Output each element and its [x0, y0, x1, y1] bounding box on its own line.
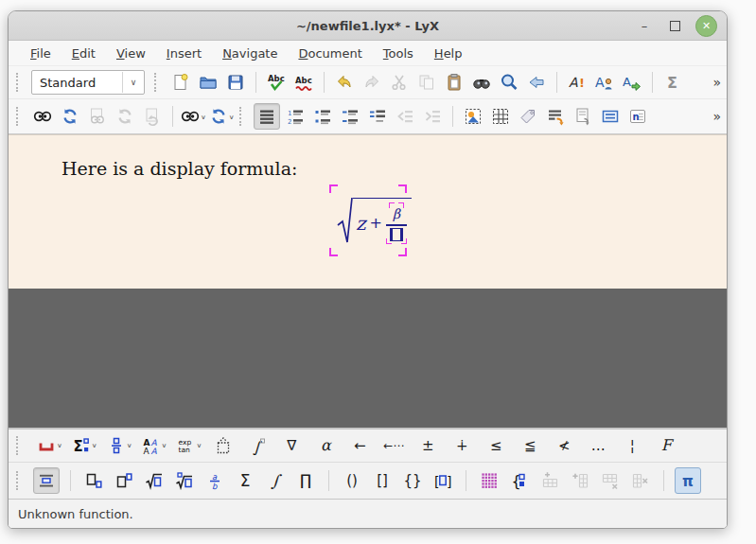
nabla-button[interactable]: ∇: [279, 433, 304, 458]
insert-table-button[interactable]: [488, 104, 513, 129]
numbered-list-button[interactable]: 12: [283, 104, 308, 129]
dots-button[interactable]: …: [586, 433, 610, 458]
bullet-list-button[interactable]: [310, 104, 335, 129]
refresh-preview-button[interactable]: [140, 104, 165, 129]
document-canvas[interactable]: Here is a display formula: z +: [9, 134, 727, 289]
toolbar-overflow-button[interactable]: »: [712, 75, 719, 90]
insert-matrix-button[interactable]: [477, 468, 501, 493]
integral-limits-button[interactable]: ∫: [245, 433, 270, 458]
delete-column-button[interactable]: [628, 468, 653, 493]
not-less-button[interactable]: ≮: [552, 433, 576, 458]
menu-view[interactable]: View: [108, 44, 154, 63]
nth-root-button[interactable]: [172, 468, 197, 493]
insert-nomenclature-button[interactable]: n: [625, 104, 650, 129]
increase-depth-button[interactable]: [420, 104, 445, 129]
cut-button[interactable]: [387, 70, 412, 95]
math-inset-selected[interactable]: z + β: [329, 184, 407, 256]
sum-button[interactable]: Σ: [233, 468, 257, 493]
noun-style-button[interactable]: A: [592, 70, 617, 95]
undo-button[interactable]: [332, 70, 357, 95]
menu-document[interactable]: Document: [290, 44, 370, 63]
close-button[interactable]: ✕: [695, 15, 717, 37]
labeling-list-button[interactable]: [365, 104, 390, 129]
toolbar-drag-handle[interactable]: [239, 107, 246, 126]
open-document-button[interactable]: [196, 70, 220, 95]
update-document-button[interactable]: [58, 104, 82, 129]
formula-fraction[interactable]: β: [386, 202, 407, 244]
frame-decoration-button[interactable]: [211, 433, 236, 458]
fraction-denominator[interactable]: [386, 228, 407, 244]
menu-insert[interactable]: Insert: [158, 44, 210, 63]
toggle-math-panel-button[interactable]: π: [675, 467, 701, 494]
square-brackets-button[interactable]: []: [370, 468, 395, 493]
view-other-formats-button[interactable]: ∨: [181, 104, 206, 129]
toolbar-drag-handle[interactable]: [16, 436, 23, 455]
paste-button[interactable]: [442, 70, 466, 95]
curly-braces-button[interactable]: {}: [400, 468, 425, 493]
paragraph-style-standard-button[interactable]: [254, 103, 280, 130]
greek-alpha-button[interactable]: α: [313, 433, 338, 458]
fraction-button[interactable]: ab: [202, 468, 227, 493]
update-other-formats-button[interactable]: ∨: [209, 104, 235, 129]
insert-cross-reference-button[interactable]: [543, 104, 568, 129]
redo-button[interactable]: [360, 70, 384, 95]
arrow-left-button[interactable]: ←: [347, 433, 372, 458]
toolbar-overflow-button[interactable]: »: [712, 109, 719, 124]
title-bar[interactable]: ~/newfile1.lyx* - LyX – ✕: [9, 11, 727, 41]
new-document-button[interactable]: [168, 70, 193, 95]
product-button[interactable]: ∏: [293, 468, 318, 493]
less-equal-double-button[interactable]: ≦: [518, 433, 542, 458]
search-button[interactable]: [497, 70, 521, 95]
insert-footnote-button[interactable]: [571, 104, 595, 129]
view-master-button[interactable]: [85, 104, 110, 129]
toolbar-drag-handle[interactable]: [16, 107, 23, 126]
dot-plus-button[interactable]: ∔: [449, 433, 474, 458]
menu-edit[interactable]: Edit: [63, 44, 104, 63]
delete-row-button[interactable]: [598, 468, 623, 493]
add-row-button[interactable]: [537, 468, 562, 493]
paragraph-style-combo[interactable]: Standard ∨: [31, 70, 145, 95]
insert-cases-button[interactable]: {: [507, 468, 532, 493]
menu-tools[interactable]: Tools: [375, 44, 422, 63]
copy-button[interactable]: [414, 70, 439, 95]
parentheses-button[interactable]: (): [340, 468, 364, 493]
view-document-button[interactable]: [30, 104, 55, 129]
spellcheck-button[interactable]: Abc: [264, 70, 289, 95]
plus-minus-button[interactable]: ±: [415, 433, 440, 458]
maximize-button[interactable]: [665, 16, 684, 35]
navigate-back-button[interactable]: [524, 70, 549, 95]
find-replace-button[interactable]: [469, 70, 494, 95]
square-root-button[interactable]: [142, 468, 167, 493]
superscript-button[interactable]: [112, 468, 136, 493]
menu-file[interactable]: File: [22, 44, 60, 63]
menu-navigate[interactable]: Navigate: [214, 44, 286, 63]
fraction-numerator[interactable]: β: [389, 202, 404, 222]
decrease-depth-button[interactable]: [393, 104, 417, 129]
minimize-button[interactable]: –: [635, 16, 654, 35]
toolbar-drag-handle[interactable]: [154, 73, 161, 92]
font-frak-button[interactable]: F: [654, 433, 678, 458]
math-spacing-menu[interactable]: ∨: [37, 433, 62, 458]
insert-graphics-button[interactable]: [461, 104, 485, 129]
update-master-button[interactable]: [113, 104, 137, 129]
toolbar-drag-handle[interactable]: [16, 471, 23, 490]
toggle-display-formula-button[interactable]: [33, 467, 60, 494]
add-column-button[interactable]: [568, 468, 592, 493]
insert-box-button[interactable]: [598, 104, 623, 129]
fraction-menu[interactable]: ∨: [107, 433, 132, 458]
description-list-button[interactable]: [338, 104, 362, 129]
continuous-spellcheck-button[interactable]: Abc: [291, 70, 316, 95]
save-document-button[interactable]: [223, 70, 248, 95]
subscript-button[interactable]: [81, 468, 106, 493]
functions-menu[interactable]: exptan∨: [176, 433, 202, 458]
toolbar-drag-handle[interactable]: [16, 73, 23, 92]
insert-math-button[interactable]: Σ: [660, 70, 685, 95]
integral-button[interactable]: ∫: [263, 468, 288, 493]
big-operators-menu[interactable]: Σ∨: [72, 433, 97, 458]
math-font-menu[interactable]: AAAA∨: [142, 433, 167, 458]
less-equal-button[interactable]: ≤: [483, 433, 508, 458]
broken-bar-button[interactable]: ¦: [620, 433, 644, 458]
dashed-arrow-button[interactable]: ←⋯: [381, 433, 406, 458]
delimiters-button[interactable]: []: [431, 468, 455, 493]
insert-label-button[interactable]: [516, 104, 540, 129]
